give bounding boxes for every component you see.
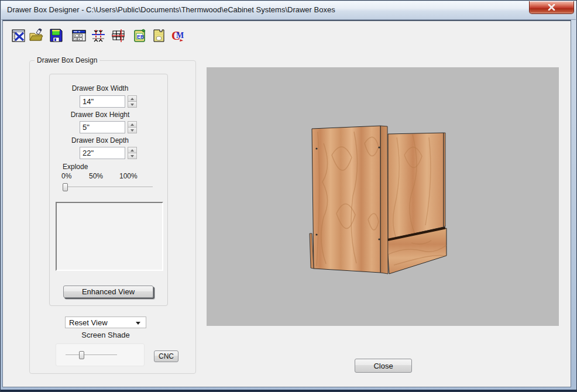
up-arrow-icon: [130, 98, 134, 100]
preview-box: [56, 202, 163, 271]
width-label: Drawer Box Width: [50, 84, 150, 92]
svg-text:M: M: [176, 31, 184, 40]
close-button-label: Close: [373, 362, 393, 370]
chevron-down-icon: [136, 322, 140, 325]
close-icon: [548, 4, 555, 11]
close-window-button[interactable]: [529, 1, 574, 14]
cnc-label: CNC: [159, 352, 174, 360]
svg-text:EB: EB: [137, 34, 145, 40]
view-dropdown[interactable]: Reset View: [65, 317, 146, 328]
drawer-box-designer-window: Drawer Box Designer - C:\Users\Public\Do…: [0, 0, 577, 392]
height-input[interactable]: [80, 121, 125, 133]
joint-spacing-icon[interactable]: [91, 28, 106, 43]
explode-tick-50: 50%: [89, 172, 103, 180]
width-spinner: [128, 95, 137, 108]
enhanced-view-button[interactable]: Enhanced View: [63, 286, 153, 298]
cnc-button[interactable]: CNC: [154, 350, 178, 362]
nest-sheet-icon[interactable]: [111, 28, 126, 43]
explode-tick-0: 0%: [61, 172, 71, 180]
explode-label: Explode: [63, 163, 88, 171]
height-spinner-down[interactable]: [128, 128, 137, 133]
width-spinner-up[interactable]: [128, 95, 137, 102]
cut-motion-icon[interactable]: C M: [171, 28, 186, 43]
explode-tick-100: 100%: [119, 172, 138, 180]
ecabinet-book-icon[interactable]: EB: [133, 28, 148, 43]
save-icon[interactable]: [49, 28, 64, 43]
width-input[interactable]: [80, 95, 125, 108]
up-arrow-icon: [130, 123, 134, 126]
up-arrow-icon: [130, 149, 134, 152]
down-arrow-icon: [130, 129, 134, 132]
window-title: Drawer Box Designer - C:\Users\Public\Do…: [7, 5, 335, 14]
depth-spinner: [128, 147, 137, 159]
3d-viewport[interactable]: [207, 67, 559, 326]
depth-spinner-up[interactable]: [128, 147, 137, 153]
material-board-icon[interactable]: [152, 28, 167, 43]
design-grid-icon[interactable]: [11, 28, 26, 43]
depth-input[interactable]: [80, 147, 125, 159]
height-label: Drawer Box Height: [50, 111, 150, 119]
screen-shade-label: Screen Shade: [65, 331, 146, 339]
down-arrow-icon: [130, 104, 134, 106]
enhanced-view-label: Enhanced View: [82, 287, 135, 296]
screen-shade-slider[interactable]: [66, 355, 117, 356]
cutting-list-icon[interactable]: [71, 28, 87, 43]
depth-spinner-down[interactable]: [128, 153, 137, 159]
width-spinner-down[interactable]: [128, 102, 137, 108]
dimensions-panel: Drawer Box Width Drawer Box Height Drawe…: [49, 74, 168, 306]
explode-slider[interactable]: [65, 187, 153, 188]
screen-shade-panel: [56, 343, 145, 366]
close-button[interactable]: Close: [355, 359, 412, 373]
drawer-box-design-group: Drawer Box Design Drawer Box Width Drawe…: [29, 60, 196, 374]
group-title: Drawer Box Design: [35, 56, 99, 64]
depth-label: Drawer Box Depth: [50, 136, 150, 145]
height-spinner: [128, 121, 137, 133]
view-dropdown-value: Reset View: [69, 318, 108, 327]
open-file-icon[interactable]: [29, 28, 44, 43]
explode-slider-thumb[interactable]: [63, 183, 68, 191]
shade-slider-thumb[interactable]: [79, 351, 84, 359]
height-spinner-up[interactable]: [128, 121, 137, 128]
down-arrow-icon: [130, 155, 134, 157]
drawer-box-3d-render: [207, 67, 559, 326]
client-area: EB C M Drawer Box Design Drawer Box Widt…: [2, 20, 571, 387]
title-bar[interactable]: Drawer Box Designer - C:\Users\Public\Do…: [1, 1, 576, 20]
